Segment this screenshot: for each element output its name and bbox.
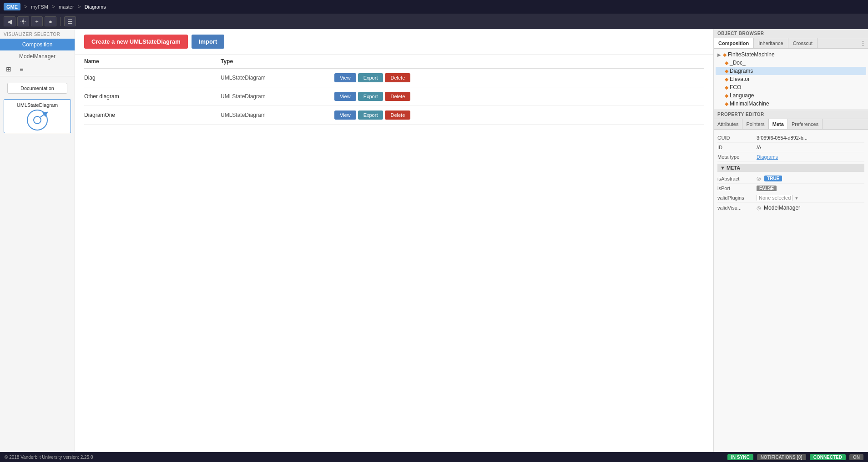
tree-item-elevator[interactable]: ◆ Elevator [716, 75, 866, 83]
svg-point-1 [27, 110, 47, 130]
chevron-down-icon: ▼ [794, 196, 798, 201]
pe-tab-meta[interactable]: Meta [769, 119, 788, 129]
col-header-name: Name [84, 58, 221, 65]
create-diagram-button[interactable]: Create a new UMLStateDiagram [84, 35, 188, 49]
svg-point-0 [22, 20, 25, 23]
pe-tab-preferences[interactable]: Preferences [788, 119, 823, 129]
toolbar: ◀ + ● ☰ [0, 14, 868, 29]
pe-value-metatype[interactable]: Diagrams [757, 154, 864, 160]
pe-row-metatype: Meta type Diagrams [717, 152, 864, 162]
diagram-table: Name Type Diag UMLStateDiagram View Expo… [75, 55, 713, 452]
property-editor-header: PROPERTY EDITOR [714, 110, 868, 119]
row-2-name: DiagramOne [84, 112, 221, 118]
pe-label-guid: GUID [717, 135, 754, 141]
app-logo[interactable]: GME [4, 3, 20, 10]
pe-row-isabstract: isAbstract ◎ TRUE [717, 174, 864, 184]
tree-node-icon: ◆ [725, 68, 728, 74]
pe-row-isport: isPort FALSE [717, 184, 864, 193]
vis-card-title: UMLStateDiagram [7, 102, 68, 108]
diagram-toolbar: Create a new UMLStateDiagram Import [75, 29, 713, 55]
isport-badge: FALSE [757, 186, 777, 191]
row-2-delete-button[interactable]: Delete [385, 110, 410, 120]
pe-label-isport: isPort [717, 186, 754, 191]
isabstract-badge: TRUE [764, 176, 782, 181]
pe-tab-attributes[interactable]: Attributes [714, 119, 742, 129]
pe-section-meta[interactable]: ▼ META [717, 164, 864, 172]
sidebar-tab-composition[interactable]: Composition [0, 39, 75, 50]
pe-tab-pointers[interactable]: Pointers [742, 119, 768, 129]
table-row: Other diagram UMLStateDiagram View Expor… [84, 87, 704, 106]
ob-tab-composition[interactable]: Composition [714, 38, 754, 48]
grid-view-button[interactable]: ⊞ [4, 64, 14, 74]
svg-point-2 [34, 116, 41, 124]
row-1-delete-button[interactable]: Delete [385, 92, 410, 101]
nav-sep-3: > [78, 4, 81, 10]
nav-page: Diagrams [85, 4, 106, 10]
pe-label-metatype: Meta type [717, 154, 754, 160]
nav-sep-2: > [52, 4, 55, 10]
pe-row-guid: GUID 3f069f6-0554-d892-b... [717, 133, 864, 143]
pe-label-isabstract: isAbstract [717, 176, 754, 181]
ob-tabs: Composition Inheritance Crosscut ⋮ [714, 38, 868, 49]
row-0-type: UMLStateDiagram [221, 75, 334, 81]
status-button[interactable]: ● [45, 16, 56, 26]
pe-tabs: Attributes Pointers Meta Preferences [714, 119, 868, 130]
tree-item-doc[interactable]: ◆ _Doc_ [716, 59, 866, 67]
col-header-type: Type [221, 58, 334, 65]
pe-value-isabstract: ◎ TRUE [757, 176, 864, 181]
pe-value-validvisu: ◎ ModelManager [757, 205, 864, 211]
sidebar-tab-modelmanager[interactable]: ModelManager [0, 50, 75, 62]
row-2-actions: View Export Delete [334, 110, 704, 120]
tree-item-finitestate[interactable]: ▶ ◆ FiniteStateMachine [716, 50, 866, 59]
documentation-button[interactable]: Documentation [7, 83, 67, 94]
pe-value-validplugins: None selected ▼ [757, 195, 864, 201]
pe-value-isport: FALSE [757, 186, 864, 191]
visualizer-selector-label: VISUALIZER SELECTOR [0, 29, 75, 39]
row-0-export-button[interactable]: Export [358, 73, 384, 82]
visualizer-items: Documentation UMLStateDiagram [0, 76, 75, 137]
import-button[interactable]: Import [192, 35, 224, 49]
notifications-badge[interactable]: NOTIFICATIONS [0] [757, 454, 806, 460]
layout-button[interactable]: ☰ [64, 16, 76, 26]
pe-value-guid: 3f069f6-0554-d892-b... [757, 135, 864, 141]
connected-badge: CONNECTED [810, 454, 846, 460]
svg-line-3 [40, 113, 46, 117]
row-2-view-button[interactable]: View [334, 110, 356, 120]
tree-item-minimalmachine[interactable]: ◆ MinimalMachine [716, 100, 866, 108]
uml-state-diagram-card[interactable]: UMLStateDiagram [4, 99, 71, 133]
tree-node-icon: ◆ [725, 60, 728, 66]
settings-button[interactable] [17, 16, 29, 26]
row-1-view-button[interactable]: View [334, 92, 356, 101]
tree-item-diagrams[interactable]: ◆ Diagrams [716, 67, 866, 75]
ob-expand-button[interactable]: ⋮ [858, 38, 868, 48]
pe-label-validvisu: validVisu... [717, 205, 754, 211]
ob-tab-crosscut[interactable]: Crosscut [788, 38, 818, 48]
tree-item-language[interactable]: ◆ Language [716, 91, 866, 100]
nav-branch[interactable]: master [59, 4, 74, 10]
ob-tab-inheritance[interactable]: Inheritance [754, 38, 788, 48]
tree-item-fco[interactable]: ◆ FCO [716, 83, 866, 91]
ob-tree: ▶ ◆ FiniteStateMachine ◆ _Doc_ ◆ Diagram… [714, 49, 868, 110]
row-1-export-button[interactable]: Export [358, 92, 384, 101]
object-browser: OBJECT BROWSER Composition Inheritance C… [714, 29, 868, 110]
table-row: DiagramOne UMLStateDiagram View Export D… [84, 106, 704, 125]
sidebar-icon-row: ⊞ ≡ [0, 62, 75, 76]
pe-row-id: ID /A [717, 143, 864, 152]
right-panel: OBJECT BROWSER Composition Inheritance C… [713, 29, 868, 452]
table-header: Name Type [84, 55, 704, 69]
row-0-delete-button[interactable]: Delete [385, 73, 410, 82]
tree-node-icon: ◆ [725, 101, 728, 107]
list-view-button[interactable]: ≡ [16, 64, 26, 74]
tree-expand-icon: ▶ [717, 52, 721, 57]
row-0-actions: View Export Delete [334, 73, 704, 82]
back-button[interactable]: ◀ [4, 16, 15, 26]
row-2-export-button[interactable]: Export [358, 110, 384, 120]
validvisu-value: ModelManager [764, 205, 800, 211]
center-content: Create a new UMLStateDiagram Import Name… [75, 29, 713, 452]
validplugins-dropdown[interactable]: None selected [757, 195, 793, 201]
row-1-type: UMLStateDiagram [221, 93, 334, 100]
add-button[interactable]: + [31, 16, 43, 26]
pe-row-validplugins: validPlugins None selected ▼ [717, 193, 864, 203]
nav-project[interactable]: myFSM [31, 4, 48, 10]
row-0-view-button[interactable]: View [334, 73, 356, 82]
